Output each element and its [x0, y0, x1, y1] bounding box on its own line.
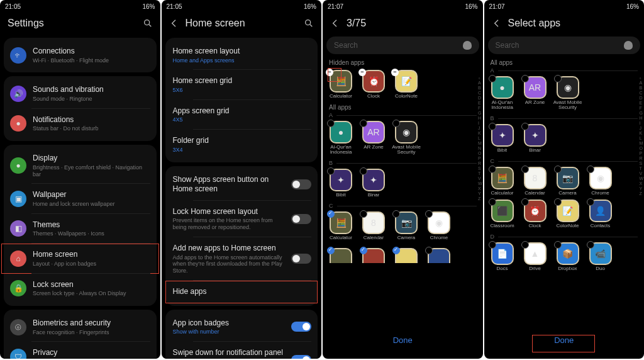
select-dot[interactable]	[554, 75, 562, 82]
toggle[interactable]	[291, 355, 311, 359]
app-item[interactable]	[425, 248, 453, 263]
app-item[interactable]: ARAR Zone	[359, 121, 388, 155]
az-letter[interactable]: D	[478, 96, 482, 100]
select-dot[interactable]	[554, 198, 562, 206]
az-letter[interactable]: V	[639, 171, 643, 176]
settings-row[interactable]: Home screen layoutHome and Apps screens	[165, 40, 318, 70]
az-letter[interactable]: J	[478, 126, 482, 130]
az-letter[interactable]: F	[639, 106, 643, 110]
az-letter[interactable]: K	[639, 131, 643, 135]
az-letter[interactable]: H	[639, 116, 643, 120]
app-item[interactable]	[326, 248, 355, 263]
az-letter[interactable]: K	[478, 131, 482, 135]
select-dot[interactable]	[360, 210, 367, 218]
app-item[interactable]: 📦Dropbox	[553, 242, 582, 271]
settings-row[interactable]: Apps screen grid4X5	[165, 100, 318, 130]
app-item[interactable]: ✦Binar	[359, 169, 388, 198]
az-letter[interactable]: C	[478, 91, 482, 95]
az-letter[interactable]: R	[639, 156, 643, 160]
app-item[interactable]: ⏰Clock	[521, 200, 550, 228]
app-item[interactable]: 📹Duo	[586, 242, 615, 271]
app-item[interactable]: ◉Chrome	[586, 167, 615, 196]
az-letter[interactable]: B	[478, 86, 482, 90]
app-item[interactable]: 📄Docs	[488, 242, 517, 271]
app-item[interactable]: ⬛Classroom	[488, 200, 517, 228]
select-dot[interactable]	[392, 247, 400, 254]
search-input[interactable]: Search	[488, 37, 641, 54]
az-letter[interactable]: O	[478, 151, 482, 155]
select-dot[interactable]	[489, 241, 496, 249]
remove-badge[interactable]: −	[326, 69, 333, 76]
az-letter[interactable]: O	[639, 146, 643, 150]
az-letter[interactable]: X	[478, 186, 482, 191]
settings-row[interactable]: ●DisplayBrightness · Eye comfort shield …	[4, 147, 157, 184]
app-item[interactable]: 📷Camera	[553, 167, 582, 196]
select-dot[interactable]	[392, 210, 400, 218]
select-dot[interactable]	[521, 198, 529, 206]
select-dot[interactable]	[425, 210, 433, 218]
az-letter[interactable]: V	[478, 176, 482, 181]
select-dot[interactable]	[521, 123, 529, 130]
settings-row[interactable]: ᯤConnectionsWi-Fi · Bluetooth · Flight m…	[4, 40, 157, 70]
app-item[interactable]: ◉Chrome	[425, 211, 453, 240]
app-item[interactable]: 📷Camera	[392, 211, 421, 240]
az-letter[interactable]: Z	[478, 196, 482, 201]
app-item[interactable]: ●Al-Qur'an Indonesia	[326, 121, 355, 155]
az-letter[interactable]: M	[478, 141, 482, 145]
az-letter[interactable]: A	[478, 81, 482, 85]
settings-row[interactable]: ⌂Home screenLayout · App icon badges	[4, 244, 157, 273]
settings-row[interactable]: App icon badgesShow with number	[165, 312, 318, 342]
az-letter[interactable]: N	[478, 146, 482, 150]
select-dot[interactable]	[587, 166, 594, 173]
search-icon[interactable]	[304, 18, 314, 28]
az-letter[interactable]: R	[478, 161, 482, 166]
search-icon[interactable]	[143, 18, 153, 28]
select-dot[interactable]	[587, 241, 594, 249]
select-dot[interactable]	[554, 166, 562, 173]
select-dot[interactable]	[489, 123, 496, 130]
back-icon[interactable]	[169, 18, 179, 28]
settings-row[interactable]: Home screen grid5X6	[165, 70, 318, 99]
select-dot[interactable]	[360, 120, 367, 127]
toggle[interactable]	[291, 214, 311, 224]
az-letter[interactable]: C	[639, 91, 643, 95]
app-item[interactable]: ⏰−Clock	[359, 70, 388, 99]
toggle[interactable]	[291, 254, 311, 264]
settings-row[interactable]: 🛡PrivacyPermission manager	[4, 342, 157, 359]
app-item[interactable]: ✦Binar	[521, 124, 550, 153]
select-dot[interactable]	[521, 75, 529, 82]
select-dot[interactable]	[392, 120, 400, 127]
az-letter[interactable]: ⬨	[478, 76, 482, 80]
app-item[interactable]: ▲Drive	[521, 242, 550, 271]
select-dot[interactable]	[489, 198, 496, 206]
az-letter[interactable]: M	[639, 141, 643, 145]
az-letter[interactable]: X	[639, 181, 643, 186]
az-letter[interactable]: G	[478, 111, 482, 115]
select-dot[interactable]	[521, 241, 529, 249]
app-item[interactable]: 🧮−Calculator	[326, 70, 355, 99]
app-item[interactable]: 8Calendar	[521, 167, 550, 196]
app-item[interactable]: ◉Avast Mobile Security	[392, 121, 421, 155]
app-item[interactable]: ●Al-Qur'an Indonesia	[488, 76, 517, 110]
az-letter[interactable]: J	[639, 126, 643, 130]
app-item[interactable]: ✦Bibit	[488, 124, 517, 153]
az-letter[interactable]: Z	[639, 191, 643, 196]
az-letter[interactable]: P	[478, 156, 482, 160]
az-letter[interactable]: H	[478, 116, 482, 120]
app-item[interactable]: ✦Bibit	[326, 169, 355, 198]
az-letter[interactable]: E	[478, 101, 482, 105]
app-item[interactable]: ARAR Zone	[521, 76, 550, 110]
app-item[interactable]: 8Calendar	[359, 211, 388, 240]
az-letter[interactable]: Y	[478, 191, 482, 196]
settings-row[interactable]: ⦾Biometrics and securityFace recognition…	[4, 312, 157, 342]
az-letter[interactable]: P	[639, 151, 643, 155]
settings-row[interactable]: Hide apps	[165, 281, 318, 303]
app-item[interactable]: ◉Avast Mobile Security	[553, 76, 582, 110]
az-letter[interactable]: Y	[639, 186, 643, 191]
az-letter[interactable]: A	[639, 81, 643, 85]
select-dot[interactable]	[360, 167, 367, 175]
az-letter[interactable]: T	[639, 166, 643, 171]
settings-row[interactable]: ▣WallpaperHome and lock screen wallpaper	[4, 184, 157, 213]
back-icon[interactable]	[492, 18, 502, 28]
az-letter[interactable]: W	[639, 176, 643, 181]
